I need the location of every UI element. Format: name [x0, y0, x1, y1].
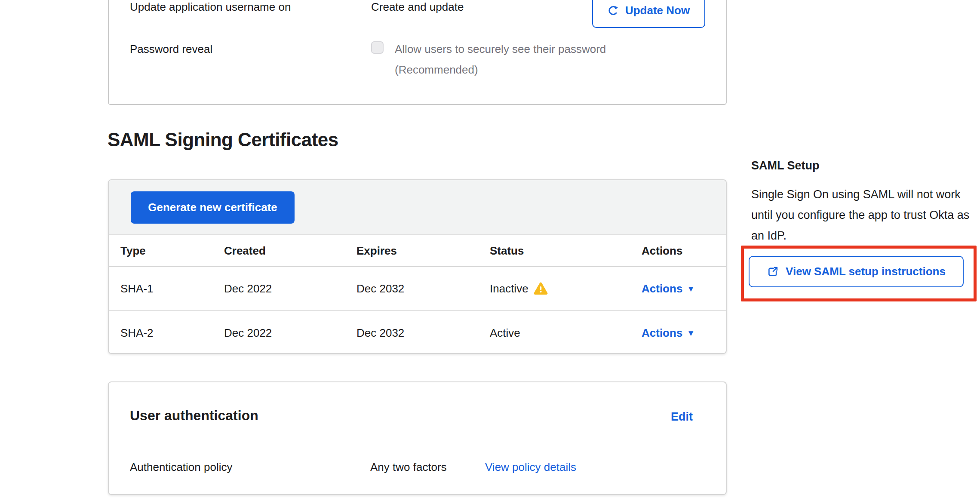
username-update-label: Update application username on: [130, 0, 291, 14]
warning-icon: [534, 282, 548, 295]
password-reveal-checkbox-text: Allow users to securely see their passwo…: [395, 42, 606, 56]
external-link-icon: [767, 266, 779, 278]
certificate-row-sha1: SHA-1 Dec 2022 Dec 2032 Inactive Actions…: [109, 267, 726, 311]
cert-expires: Dec 2032: [345, 326, 478, 340]
certificates-panel: Generate new certificate Type Created Ex…: [108, 179, 727, 354]
password-reveal-recommended-note: (Recommended): [395, 63, 478, 77]
saml-settings-page: Update application username on Create an…: [0, 0, 980, 498]
update-now-label: Update Now: [625, 4, 690, 17]
cert-status: Active: [490, 326, 520, 340]
cert-type: SHA-1: [109, 282, 212, 295]
column-header-status: Status: [478, 244, 630, 258]
column-header-created: Created: [212, 244, 345, 258]
cert-expires: Dec 2032: [345, 282, 478, 295]
edit-link[interactable]: Edit: [671, 410, 693, 424]
cert-type: SHA-2: [109, 326, 212, 340]
chevron-down-icon: ▼: [687, 282, 695, 296]
saml-setup-description: Single Sign On using SAML will not work …: [751, 184, 977, 246]
view-saml-setup-instructions-button[interactable]: View SAML setup instructions: [749, 256, 964, 287]
certificate-row-sha2: SHA-2 Dec 2022 Dec 2032 Active Actions▼: [109, 311, 726, 354]
update-now-button[interactable]: Update Now: [592, 0, 705, 28]
saml-setup-title: SAML Setup: [751, 159, 820, 172]
password-reveal-label: Password reveal: [130, 42, 212, 56]
column-header-actions: Actions: [630, 244, 726, 258]
certificates-table-header: Type Created Expires Status Actions: [109, 235, 726, 267]
generate-certificate-button[interactable]: Generate new certificate: [131, 191, 295, 224]
authentication-policy-value: Any two factors: [370, 460, 447, 474]
password-reveal-checkbox[interactable]: [371, 41, 384, 54]
refresh-icon: [608, 5, 619, 16]
authentication-policy-label: Authentication policy: [130, 460, 232, 474]
actions-dropdown-sha1[interactable]: Actions▼: [642, 282, 695, 295]
cert-created: Dec 2022: [212, 282, 345, 295]
view-policy-details-link[interactable]: View policy details: [485, 460, 576, 474]
column-header-type: Type: [109, 244, 212, 258]
column-header-expires: Expires: [345, 244, 478, 258]
chevron-down-icon: ▼: [687, 326, 695, 340]
user-authentication-title: User authentication: [130, 408, 258, 424]
cert-created: Dec 2022: [212, 326, 345, 340]
user-authentication-panel: [108, 381, 727, 495]
actions-dropdown-sha2[interactable]: Actions▼: [642, 326, 695, 340]
cert-status: Inactive: [490, 282, 528, 295]
page-title: SAML Signing Certificates: [108, 129, 338, 151]
view-saml-setup-instructions-label: View SAML setup instructions: [786, 265, 946, 278]
username-update-value: Create and update: [371, 0, 464, 14]
